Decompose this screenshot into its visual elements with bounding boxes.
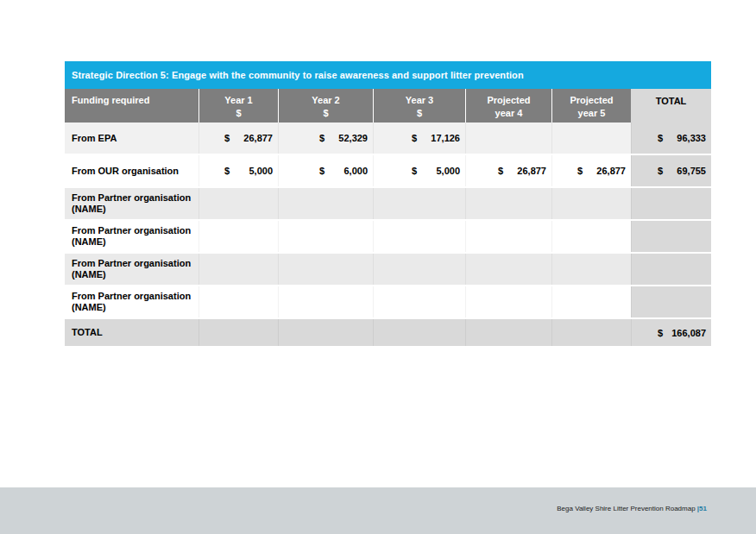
empty-money-cell: [198, 188, 278, 219]
empty-money-cell: [465, 188, 551, 219]
money-value: 5,000: [230, 166, 273, 176]
money-cell: $26,877: [551, 155, 631, 186]
empty-money-cell: [465, 123, 551, 154]
header-column-line2: year 4: [466, 107, 551, 120]
table-rows: From EPA$26,877$52,329$17,126$96,333From…: [65, 123, 711, 319]
row-label: From EPA: [65, 123, 198, 154]
money-cell: $6,000: [278, 155, 373, 186]
money-value: 5,000: [417, 166, 460, 176]
table-row: From OUR organisation$5,000$6,000$5,000$…: [65, 155, 711, 188]
total-row-empty-cell: [198, 319, 278, 346]
empty-money-cell: [551, 123, 631, 154]
empty-money-cell: [278, 286, 373, 317]
header-column-line1: Projected: [466, 94, 551, 107]
empty-row-total-cell: [631, 254, 711, 285]
row-label: From Partner organisation (NAME): [65, 221, 198, 252]
header-funding-required: Funding required: [65, 89, 198, 123]
empty-row-total-cell: [631, 286, 711, 317]
footer-page-number: |51: [697, 505, 707, 512]
table-header-row: Funding required Year 1$Year 2$Year 3$Pr…: [65, 89, 711, 123]
header-column-line2: $: [199, 107, 278, 120]
total-row-grand-total-cell: $ 166,087: [631, 319, 711, 346]
total-row-label: TOTAL: [65, 319, 198, 346]
header-column-line2: $: [279, 107, 373, 120]
empty-money-cell: [278, 188, 373, 219]
empty-money-cell: [465, 254, 551, 285]
header-column-line1: Year 3: [374, 94, 465, 107]
money-value: 6,000: [324, 166, 368, 176]
empty-money-cell: [198, 254, 278, 285]
funding-table: Strategic Direction 5: Engage with the c…: [65, 61, 711, 346]
header-column-line2: $: [374, 107, 465, 120]
header-total: TOTAL: [631, 89, 711, 123]
empty-row-total-cell: [631, 188, 711, 219]
money-value: 26,877: [583, 166, 626, 176]
header-column-2: Year 2$: [278, 89, 373, 123]
money-value: 26,877: [230, 133, 273, 143]
total-row-empty-cell: [465, 319, 551, 346]
empty-money-cell: [278, 221, 373, 252]
empty-money-cell: [373, 188, 465, 219]
money-cell: $5,000: [198, 155, 278, 186]
money-cell: $52,329: [278, 123, 373, 154]
empty-money-cell: [278, 254, 373, 285]
header-column-4: Projectedyear 4: [465, 89, 551, 123]
empty-row-total-cell: [631, 221, 711, 252]
table-row: From Partner organisation (NAME): [65, 286, 711, 319]
row-total-value: 96,333: [663, 133, 706, 143]
header-column-1: Year 1$: [198, 89, 278, 123]
total-row-empty-cell: [373, 319, 465, 346]
empty-money-cell: [373, 286, 465, 317]
empty-money-cell: [551, 254, 631, 285]
empty-money-cell: [465, 286, 551, 317]
empty-money-cell: [551, 188, 631, 219]
empty-money-cell: [465, 221, 551, 252]
header-column-3: Year 3$: [373, 89, 465, 123]
table-row: From Partner organisation (NAME): [65, 254, 711, 286]
empty-money-cell: [373, 221, 465, 252]
strategic-direction-title-bar: Strategic Direction 5: Engage with the c…: [65, 61, 711, 89]
header-column-line1: Year 2: [279, 94, 373, 107]
header-column-5: Projectedyear 5: [551, 89, 631, 123]
row-label: From Partner organisation (NAME): [65, 254, 198, 285]
header-column-line2: year 5: [552, 107, 631, 120]
table-row: From EPA$26,877$52,329$17,126$96,333: [65, 123, 711, 155]
grand-total-value: 166,087: [663, 328, 706, 338]
table-row: From Partner organisation (NAME): [65, 221, 711, 254]
row-label: From Partner organisation (NAME): [65, 286, 198, 317]
money-value: 26,877: [503, 166, 546, 176]
total-row-empty-cell: [551, 319, 631, 346]
header-column-line1: Year 1: [199, 94, 278, 107]
empty-money-cell: [198, 286, 278, 317]
total-row-empty-cell: [278, 319, 373, 346]
money-cell: $5,000: [373, 155, 465, 186]
money-cell: $26,877: [465, 155, 551, 186]
header-column-line1: Projected: [552, 94, 631, 107]
money-value: 52,329: [324, 133, 368, 143]
page-footer: Bega Valley Shire Litter Prevention Road…: [0, 487, 756, 534]
money-cell: $26,877: [198, 123, 278, 154]
row-total-cell: $96,333: [631, 123, 711, 154]
empty-money-cell: [551, 286, 631, 317]
empty-money-cell: [373, 254, 465, 285]
row-label: From Partner organisation (NAME): [65, 188, 198, 219]
money-value: 17,126: [417, 133, 460, 143]
footer-document-title: Bega Valley Shire Litter Prevention Road…: [557, 505, 695, 512]
row-total-value: 69,755: [663, 166, 706, 176]
table-row: From Partner organisation (NAME): [65, 188, 711, 221]
empty-money-cell: [198, 221, 278, 252]
row-total-cell: $69,755: [631, 155, 711, 186]
money-cell: $17,126: [373, 123, 465, 154]
empty-money-cell: [551, 221, 631, 252]
table-total-row: TOTAL $ 166,087: [65, 319, 711, 346]
row-label: From OUR organisation: [65, 155, 198, 186]
